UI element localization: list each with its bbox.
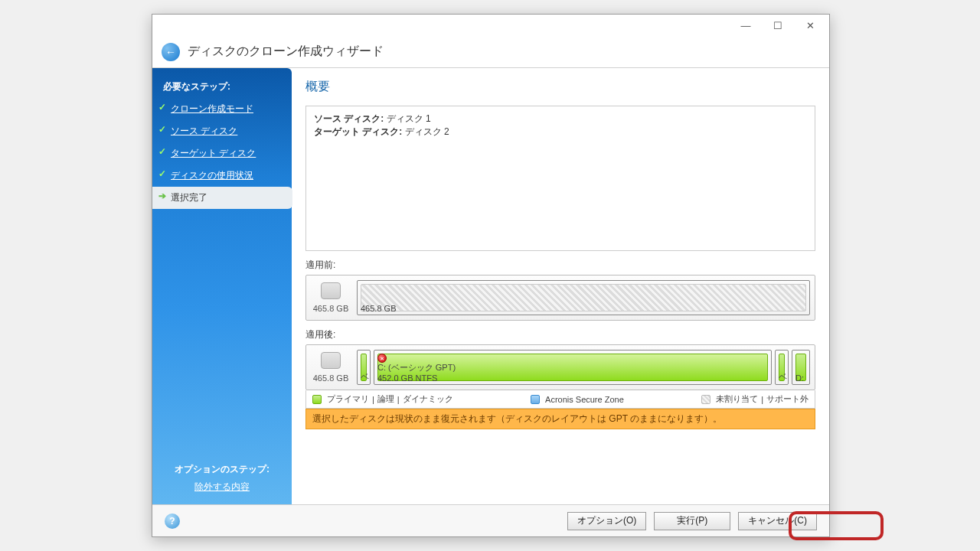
- sidebar-exclude-link[interactable]: 除外する内容: [194, 481, 250, 492]
- disk-icon: [321, 282, 341, 299]
- sidebar-step-disk-usage[interactable]: ディスクの使用状況: [152, 165, 292, 187]
- disk-after: 465.8 GB ベ... × C: (ベーシック GPT) 452.0 GB …: [305, 344, 815, 390]
- legend-primary-icon: [312, 395, 322, 404]
- partition-small-right1[interactable]: ベ...: [775, 350, 789, 385]
- error-icon: ×: [377, 354, 387, 363]
- cancel-button[interactable]: キャンセル(C): [738, 512, 817, 530]
- back-icon[interactable]: ←: [162, 43, 180, 61]
- partition-unallocated[interactable]: 465.8 GB: [357, 280, 810, 315]
- disk-after-capacity: 465.8 GB: [313, 373, 348, 383]
- after-label: 適用後:: [305, 328, 815, 341]
- partition-c[interactable]: × C: (ベーシック GPT) 452.0 GB NTFS: [374, 350, 772, 385]
- partition-small-left[interactable]: ベ...: [357, 350, 371, 385]
- wizard-title: ディスクのクローン作成ウィザード: [188, 44, 384, 60]
- footer: ? オプション(O) 実行(P) キャンセル(C): [152, 504, 829, 536]
- summary-box: ソース ディスク: ディスク 1 ターゲット ディスク: ディスク 2: [305, 106, 815, 251]
- disk-before: 465.8 GB 465.8 GB: [305, 275, 815, 321]
- sidebar-optional: オプションのステップ: 除外する内容: [152, 463, 292, 494]
- disk-after-icon: 465.8 GB: [311, 350, 351, 385]
- close-button[interactable]: ✕: [794, 16, 826, 34]
- help-icon[interactable]: ?: [165, 514, 180, 529]
- summary-target: ターゲット ディスク: ディスク 2: [314, 126, 807, 139]
- titlebar: — ☐ ✕: [152, 15, 829, 36]
- legend: プライマリ | 論理 | ダイナミック Acronis Secure Zone …: [305, 390, 815, 409]
- options-button[interactable]: オプション(O): [567, 512, 646, 530]
- sidebar: 必要なステップ: クローン作成モード ソース ディスク ターゲット ディスク デ…: [152, 68, 292, 504]
- maximize-button[interactable]: ☐: [762, 16, 794, 34]
- proceed-button[interactable]: 実行(P): [654, 512, 730, 530]
- sidebar-step-clone-mode[interactable]: クローン作成モード: [152, 98, 292, 120]
- wizard-header: ← ディスクのクローン作成ウィザード: [152, 36, 829, 68]
- disk-before-capacity: 465.8 GB: [313, 304, 348, 313]
- legend-zone-icon: [531, 395, 540, 404]
- minimize-button[interactable]: —: [730, 16, 762, 34]
- sidebar-step-source-disk[interactable]: ソース ディスク: [152, 120, 292, 142]
- before-label: 適用前:: [305, 259, 815, 272]
- notice-bar: 選択したディスクは現状のまま復元されます（ディスクのレイアウトは GPT のまま…: [305, 409, 815, 429]
- disk-before-icon: 465.8 GB: [311, 280, 351, 315]
- sidebar-step-target-disk[interactable]: ターゲット ディスク: [152, 142, 292, 165]
- sidebar-optional-label: オプションのステップ:: [152, 463, 292, 476]
- main-panel: 概要 ソース ディスク: ディスク 1 ターゲット ディスク: ディスク 2 適…: [292, 68, 829, 504]
- partition-d[interactable]: D:: [792, 350, 810, 385]
- legend-unallocated-icon: [701, 395, 710, 404]
- sidebar-step-finish: 選択完了: [152, 187, 292, 209]
- wizard-window: — ☐ ✕ ← ディスクのクローン作成ウィザード 必要なステップ: クローン作成…: [152, 14, 830, 537]
- sidebar-required-label: 必要なステップ:: [152, 76, 292, 98]
- summary-source: ソース ディスク: ディスク 1: [314, 112, 807, 126]
- disk-icon: [321, 352, 341, 369]
- main-title: 概要: [305, 79, 815, 95]
